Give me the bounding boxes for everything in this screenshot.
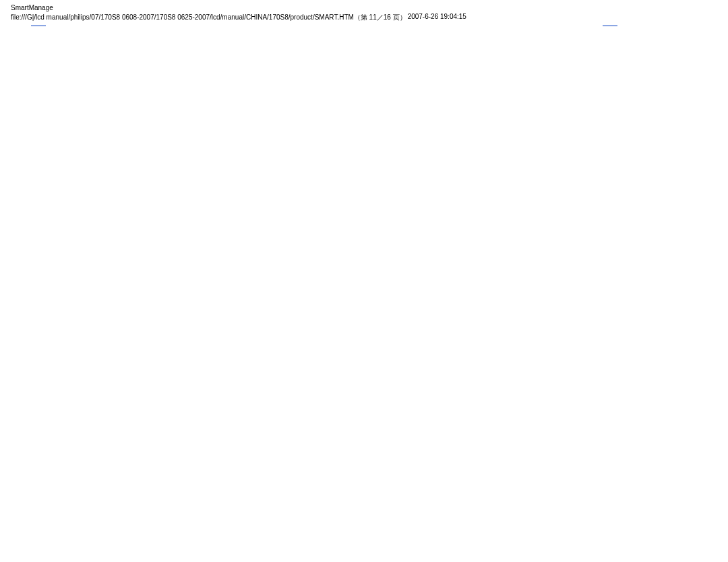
footer-time: 2007-6-26 19:04:15: [408, 13, 466, 22]
page-header: SmartManage: [0, 0, 728, 13]
footer-path: file:///G|/lcd manual/philips/07/170S8 0…: [11, 13, 406, 22]
right-decor-stripe: [603, 25, 617, 26]
footer-line: file:///G|/lcd manual/philips/07/170S8 0…: [0, 13, 728, 26]
left-decor-stripe: [31, 25, 46, 26]
